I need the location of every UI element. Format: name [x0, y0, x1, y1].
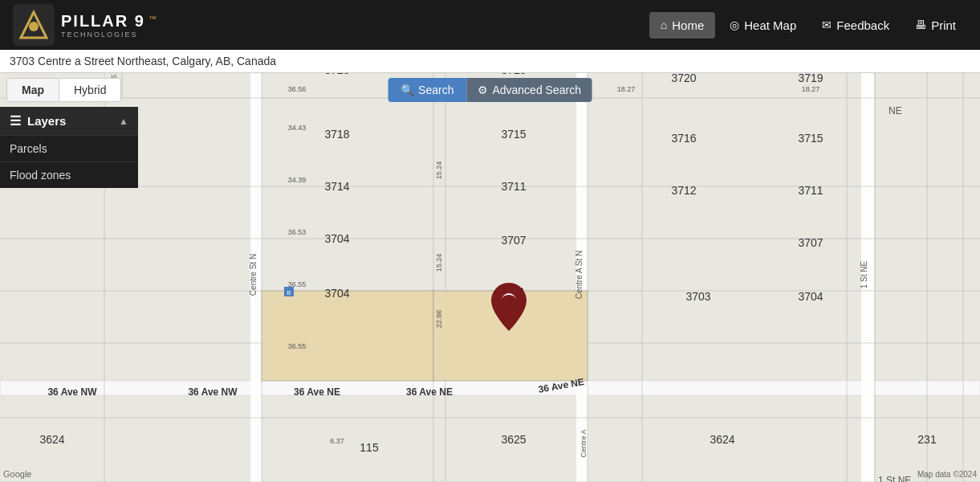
header: PILLAR 9 ™ TECHNOLOGIES ⌂ Home ◎ Heat Ma…	[0, 0, 980, 50]
svg-text:1 St NE: 1 St NE	[860, 260, 868, 288]
gear-icon: ⚙	[478, 84, 488, 96]
svg-text:Centre St N: Centre St N	[249, 254, 258, 296]
svg-text:231: 231	[917, 433, 937, 446]
svg-text:36.56: 36.56	[288, 85, 307, 93]
map-tab-hybrid[interactable]: Hybrid	[59, 78, 121, 102]
feedback-label: Feedback	[836, 18, 889, 32]
svg-point-2	[29, 22, 39, 31]
svg-text:B: B	[287, 289, 291, 296]
svg-text:3704: 3704	[324, 287, 349, 300]
svg-text:18.27: 18.27	[802, 85, 820, 93]
svg-text:34.43: 34.43	[288, 124, 307, 132]
feedback-button[interactable]: ✉ Feedback	[811, 12, 901, 39]
feedback-icon: ✉	[822, 18, 832, 31]
logo-subtitle: TECHNOLOGIES	[61, 31, 157, 39]
home-button[interactable]: ⌂ Home	[649, 12, 715, 39]
svg-text:3704: 3704	[324, 232, 349, 245]
address-bar: 3703 Centre a Street Northeast, Calgary,…	[0, 50, 980, 73]
layers-icon: ☰	[10, 113, 21, 129]
search-bar: 🔍 Search ⚙ Advanced Search	[388, 78, 592, 102]
svg-text:3624: 3624	[710, 433, 734, 446]
svg-text:3704: 3704	[798, 290, 823, 303]
svg-text:36.55: 36.55	[288, 342, 307, 350]
svg-text:3707: 3707	[798, 236, 823, 249]
google-logo: Google	[3, 469, 31, 479]
layers-header-left: ☰ Layers	[10, 113, 66, 129]
svg-text:Centre A: Centre A	[579, 429, 588, 457]
svg-text:36 Ave NW: 36 Ave NW	[188, 386, 238, 398]
nav: ⌂ Home ◎ Heat Map ✉ Feedback 🖶 Print	[649, 12, 967, 39]
svg-text:115: 115	[360, 441, 379, 454]
home-label: Home	[672, 18, 704, 32]
layers-panel: ☰ Layers ▲ Parcels Flood zones	[0, 107, 138, 188]
map-tab-map[interactable]: Map	[6, 78, 59, 102]
svg-rect-5	[0, 381, 980, 395]
svg-text:3625: 3625	[501, 433, 526, 446]
search-label: Search	[418, 84, 453, 96]
svg-text:3716: 3716	[671, 132, 696, 145]
svg-text:22.86: 22.86	[435, 310, 443, 329]
svg-text:36.53: 36.53	[288, 228, 307, 236]
svg-text:1 St NE: 1 St NE	[878, 475, 911, 482]
layers-toggle-icon: ▲	[119, 116, 128, 127]
address-text: 3703 Centre a Street Northeast, Calgary,…	[10, 55, 276, 67]
map-svg: 3726 3719 3720 3719 3718 3715 3716 3715 …	[0, 50, 980, 482]
print-label: Print	[931, 18, 956, 32]
heatmap-button[interactable]: ◎ Heat Map	[718, 12, 807, 39]
advanced-search-label: Advanced Search	[492, 84, 581, 96]
svg-text:36 Ave NW: 36 Ave NW	[47, 386, 97, 398]
svg-text:3719: 3719	[798, 71, 823, 84]
svg-text:3712: 3712	[671, 184, 696, 197]
map-copyright: Map data ©2024	[917, 470, 977, 479]
map-tabs: Map Hybrid	[6, 78, 121, 102]
layer-item-parcels[interactable]: Parcels	[0, 135, 138, 161]
svg-text:3707: 3707	[501, 234, 526, 247]
print-button[interactable]: 🖶 Print	[904, 12, 967, 39]
logo-icon	[13, 4, 55, 46]
svg-text:3703: 3703	[685, 290, 710, 303]
svg-text:36 Ave NE: 36 Ave NE	[406, 386, 453, 398]
svg-rect-41	[262, 291, 433, 381]
map-canvas[interactable]: 3726 3719 3720 3719 3718 3715 3716 3715 …	[0, 50, 980, 482]
svg-text:3711: 3711	[501, 180, 526, 193]
svg-text:36 Ave NE: 36 Ave NE	[294, 386, 340, 398]
layers-title: Layers	[27, 114, 66, 128]
svg-text:34.39: 34.39	[288, 176, 307, 184]
svg-text:3714: 3714	[324, 180, 349, 193]
search-button[interactable]: 🔍 Search	[388, 78, 466, 102]
svg-text:NE: NE	[889, 105, 902, 116]
svg-text:3720: 3720	[671, 71, 696, 84]
print-icon: 🖶	[915, 18, 926, 31]
svg-text:3715: 3715	[798, 132, 823, 145]
heatmap-icon: ◎	[730, 18, 739, 31]
heatmap-label: Heat Map	[744, 18, 796, 32]
svg-text:15.24: 15.24	[435, 254, 443, 272]
search-icon: 🔍	[401, 84, 414, 96]
svg-rect-3	[0, 50, 980, 482]
svg-text:3711: 3711	[798, 184, 823, 197]
logo: PILLAR 9 ™ TECHNOLOGIES	[13, 4, 157, 46]
advanced-search-button[interactable]: ⚙ Advanced Search	[466, 78, 592, 102]
home-icon: ⌂	[661, 18, 667, 31]
svg-text:3624: 3624	[39, 433, 64, 446]
svg-text:3718: 3718	[324, 128, 349, 141]
svg-text:Centre A St N: Centre A St N	[575, 251, 584, 300]
svg-text:18.27: 18.27	[617, 85, 636, 93]
logo-title: PILLAR 9	[61, 12, 145, 30]
svg-text:15.24: 15.24	[435, 161, 443, 180]
logo-text-block: PILLAR 9 ™ TECHNOLOGIES	[61, 12, 157, 39]
svg-text:3715: 3715	[501, 128, 526, 141]
layers-header[interactable]: ☰ Layers ▲	[0, 107, 138, 135]
layer-item-flood-zones[interactable]: Flood zones	[0, 161, 138, 188]
svg-text:6.37: 6.37	[330, 437, 344, 445]
